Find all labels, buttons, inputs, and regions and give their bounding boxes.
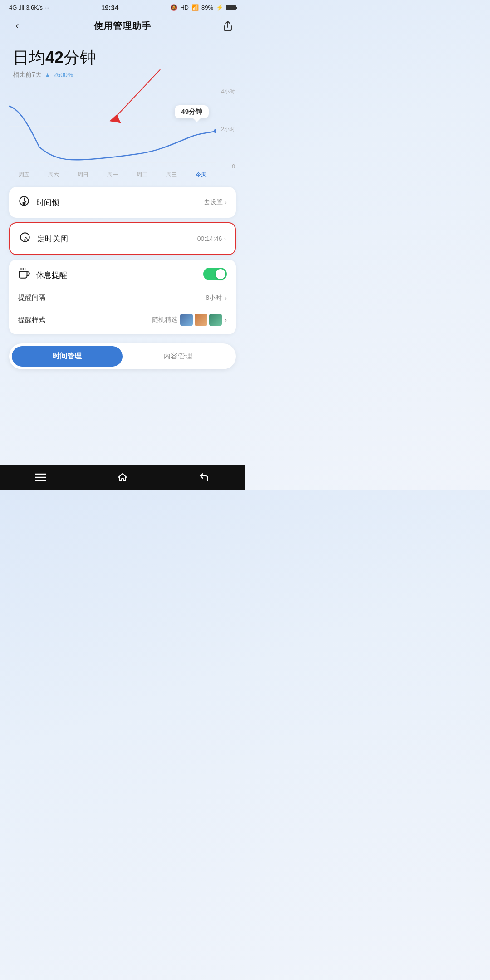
stats-suffix: 分钟 bbox=[64, 48, 96, 67]
stats-title: 日均42分钟 bbox=[13, 47, 232, 69]
cards-section: 时间锁 去设置 › ON bbox=[0, 179, 245, 334]
timer-close-chevron: › bbox=[224, 235, 226, 242]
svg-text:ON: ON bbox=[24, 238, 29, 242]
rest-reminder-label: 休息提醒 bbox=[36, 270, 67, 280]
day-wednesday: 周三 bbox=[166, 171, 177, 179]
status-time: 19:34 bbox=[101, 4, 118, 11]
day-monday: 周一 bbox=[107, 171, 118, 179]
time-lock-left: 时间锁 bbox=[18, 195, 59, 210]
style-value: 随机精选 bbox=[152, 316, 177, 324]
svg-point-4 bbox=[214, 129, 216, 133]
timer-close-row: ON 定时关闭 00:14:46 › bbox=[19, 231, 226, 246]
day-sunday: 周日 bbox=[78, 171, 88, 179]
timer-close-left: ON 定时关闭 bbox=[19, 231, 68, 246]
time-lock-row: 时间锁 去设置 › bbox=[18, 195, 227, 210]
time-lock-label: 时间锁 bbox=[36, 197, 59, 208]
thumb-3 bbox=[209, 314, 222, 326]
nav-menu-button[interactable] bbox=[35, 473, 46, 481]
thumb-1 bbox=[180, 314, 193, 326]
y-label-4h: 4小时 bbox=[221, 88, 235, 96]
day-tuesday: 周二 bbox=[137, 171, 147, 179]
chart-tooltip: 49分钟 bbox=[175, 105, 209, 118]
chart-y-labels: 4小时 2小时 0 bbox=[218, 88, 236, 170]
time-lock-chevron: › bbox=[225, 199, 227, 206]
nav-bottom bbox=[0, 465, 245, 490]
battery-icon bbox=[226, 5, 236, 10]
charging-icon: ⚡ bbox=[216, 4, 223, 11]
interval-chevron: › bbox=[225, 294, 227, 302]
day-friday: 周五 bbox=[19, 171, 29, 179]
stats-value: 42 bbox=[45, 48, 64, 67]
stats-area: 日均42分钟 相比前7天 ▲ 2600% bbox=[0, 38, 245, 83]
stats-subtitle: 相比前7天 ▲ 2600% bbox=[13, 71, 232, 79]
timer-close-time: 00:14:46 bbox=[197, 235, 222, 242]
tab-content-management[interactable]: 内容管理 bbox=[122, 346, 233, 367]
rest-reminder-toggle[interactable] bbox=[203, 268, 227, 282]
status-bar: 4G .ill 3.6K/s ··· 19:34 🔕 HD 📶 89% ⚡ bbox=[0, 0, 245, 13]
y-label-2h: 2小时 bbox=[221, 126, 235, 133]
style-chevron: › bbox=[225, 316, 227, 323]
interval-row[interactable]: 提醒间隔 8小时 › bbox=[18, 294, 227, 302]
time-lock-card: 时间锁 去设置 › bbox=[9, 187, 236, 218]
divider-1 bbox=[18, 288, 227, 288]
tab-time-management[interactable]: 时间管理 bbox=[12, 346, 122, 367]
chart-x-labels: 周五 周六 周日 周一 周二 周三 今天 bbox=[9, 171, 216, 179]
battery-label: 89% bbox=[201, 4, 213, 11]
divider-2 bbox=[18, 308, 227, 308]
bottom-tab-bar: 时间管理 内容管理 bbox=[9, 343, 236, 369]
back-button[interactable]: ‹ bbox=[9, 18, 25, 34]
style-thumbnails bbox=[180, 314, 222, 326]
wifi-icon: 📶 bbox=[191, 4, 199, 11]
chart-svg bbox=[9, 88, 216, 165]
status-left: 4G .ill 3.6K/s ··· bbox=[9, 4, 49, 11]
y-label-0: 0 bbox=[232, 163, 235, 170]
chart-area: 4小时 2小时 0 周五 周六 周日 周一 周二 周三 今天 bbox=[9, 88, 236, 179]
page-title: 使用管理助手 bbox=[94, 20, 151, 32]
time-lock-icon bbox=[18, 195, 30, 210]
interval-value-group: 8小时 › bbox=[206, 294, 227, 302]
style-value-group: 随机精选 › bbox=[152, 314, 227, 326]
comparison-label: 相比前7天 bbox=[13, 71, 42, 79]
stats-prefix: 日均 bbox=[13, 48, 45, 67]
interval-value: 8小时 bbox=[206, 294, 222, 302]
network-speed: 3.6K/s bbox=[26, 4, 43, 11]
tooltip-text: 49分钟 bbox=[181, 108, 202, 115]
timer-close-label: 定时关闭 bbox=[37, 234, 68, 244]
nav-back-button[interactable] bbox=[199, 472, 210, 483]
rest-reminder-card: 休息提醒 提醒间隔 8小时 › 提醒样式 bbox=[9, 260, 236, 334]
day-today: 今天 bbox=[196, 171, 206, 179]
day-saturday: 周六 bbox=[48, 171, 59, 179]
alarm-icon: 🔕 bbox=[170, 4, 177, 11]
style-row[interactable]: 提醒样式 随机精选 › bbox=[18, 314, 227, 326]
nav-bar: ‹ 使用管理助手 bbox=[0, 13, 245, 38]
rest-reminder-row: 休息提醒 bbox=[18, 268, 227, 282]
svg-rect-8 bbox=[23, 202, 26, 205]
timer-close-value[interactable]: 00:14:46 › bbox=[197, 235, 226, 242]
thumb-2 bbox=[195, 314, 207, 326]
rest-reminder-icon bbox=[18, 268, 30, 282]
style-label: 提醒样式 bbox=[18, 316, 45, 324]
time-lock-action-text: 去设置 bbox=[204, 198, 223, 206]
status-right: 🔕 HD 📶 89% ⚡ bbox=[170, 4, 236, 11]
trend-arrow: ▲ bbox=[44, 71, 51, 78]
hd-label: HD bbox=[180, 4, 189, 11]
nav-home-button[interactable] bbox=[117, 472, 128, 483]
status-dots: ··· bbox=[44, 4, 49, 11]
timer-close-icon: ON bbox=[19, 231, 31, 246]
rest-reminder-left: 休息提醒 bbox=[18, 268, 67, 282]
share-button[interactable] bbox=[220, 18, 236, 34]
network-signal: 4G .ill bbox=[9, 4, 24, 11]
time-lock-action[interactable]: 去设置 › bbox=[204, 198, 227, 206]
timer-close-card[interactable]: ON 定时关闭 00:14:46 › bbox=[9, 222, 236, 255]
trend-percent: 2600% bbox=[54, 71, 74, 78]
interval-label: 提醒间隔 bbox=[18, 294, 45, 302]
